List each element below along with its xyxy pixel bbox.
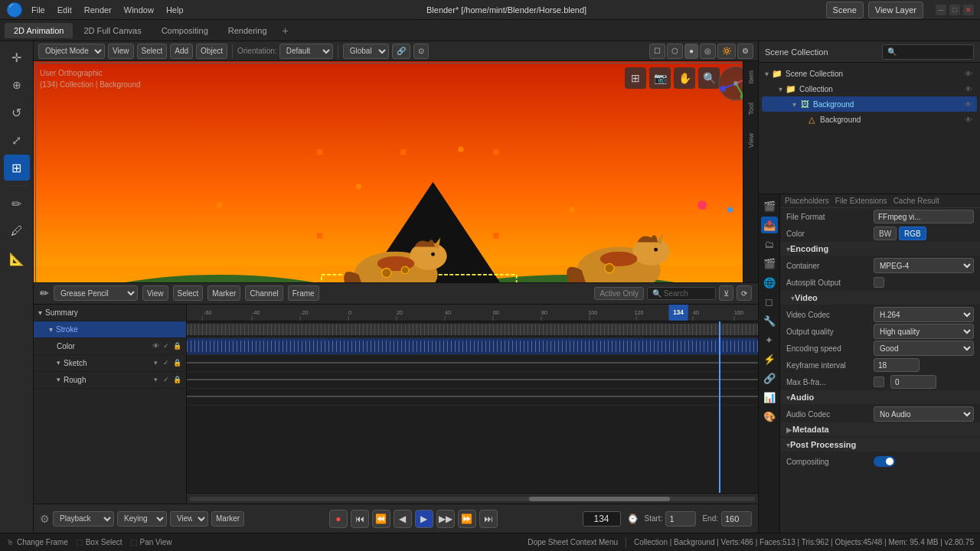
particles-props-btn[interactable]: ✦ — [761, 331, 778, 348]
dopesheet-marker-menu[interactable]: Marker — [207, 285, 240, 301]
jump-end-btn[interactable]: ⏭ — [479, 510, 498, 528]
postprocessing-section-header[interactable]: ▾ Post Processing — [780, 438, 980, 452]
metadata-section-header[interactable]: ▶ Metadata — [780, 422, 980, 436]
rough-eye-icon[interactable]: ▾ — [151, 375, 160, 384]
sketch-lock-icon[interactable]: 🔒 — [172, 358, 181, 367]
close-button[interactable]: ✕ — [963, 5, 974, 15]
file-format-value[interactable]: FFmpeg vi... — [874, 210, 974, 223]
minimize-button[interactable]: ─ — [936, 5, 946, 15]
zoom-btn[interactable]: 🔍 — [698, 67, 720, 89]
tab-compositing[interactable]: Compositing — [152, 23, 217, 38]
modifier-props-btn[interactable]: 🔧 — [761, 312, 778, 329]
menu-help[interactable]: Help — [161, 4, 189, 16]
select-menu-btn[interactable]: Select — [137, 44, 168, 59]
overlay-btn[interactable]: ☐ — [649, 44, 665, 59]
transform-tool[interactable]: ⊞ — [4, 155, 30, 181]
container-selector[interactable]: MPEG-4 — [874, 258, 974, 273]
active-only-btn[interactable]: Active Only — [594, 287, 644, 300]
scale-tool[interactable]: ⤢ — [4, 127, 30, 153]
channel-color[interactable]: Color 👁 ✓ 🔒 — [34, 338, 186, 355]
grease-pencil-draw[interactable]: 🖊 — [4, 218, 30, 244]
render-props-btn[interactable]: 🎬 — [761, 197, 778, 214]
dopesheet-type-selector[interactable]: Grease Pencil — [54, 285, 138, 301]
end-frame-input[interactable] — [721, 511, 752, 527]
channel-summary[interactable]: ▾ Summary — [34, 305, 186, 321]
tree-scene-collection[interactable]: ▾ 📁 Scene Collection 👁 — [762, 66, 977, 81]
tool-tab[interactable]: Tool — [747, 103, 755, 116]
eye-icon[interactable]: 👁 — [151, 341, 160, 350]
record-button[interactable]: ● — [329, 510, 348, 528]
viewport-settings-btn[interactable]: ⚙ — [737, 44, 753, 59]
rgb-btn[interactable]: RGB — [899, 227, 926, 240]
view-layer-selector[interactable]: View Layer — [868, 2, 923, 18]
rough-lock-icon[interactable]: 🔒 — [172, 375, 181, 384]
measure-tool[interactable]: 📐 — [4, 246, 30, 272]
cursor-tool[interactable]: ✛ — [4, 44, 30, 70]
cache-result-label[interactable]: Cache Result — [893, 197, 939, 205]
tab-2d-animation[interactable]: 2D Animation — [5, 23, 73, 38]
menu-window[interactable]: Window — [119, 4, 159, 16]
snap-selector[interactable]: Global — [343, 44, 389, 59]
collection-visibility[interactable]: 👁 — [963, 83, 974, 94]
constraints-props-btn[interactable]: 🔗 — [761, 370, 778, 386]
next-frame-btn[interactable]: ▶▶ — [436, 510, 455, 528]
tree-background-mesh[interactable]: △ Background 👁 — [762, 112, 977, 127]
jump-start-btn[interactable]: ⏮ — [351, 510, 369, 528]
viewport-canvas[interactable]: User Orthographic (134) Collection | Bac… — [34, 61, 758, 282]
camera-view-btn[interactable]: 📷 — [649, 67, 671, 89]
check-icon[interactable]: ✓ — [162, 341, 171, 350]
rotate-tool[interactable]: ↺ — [4, 99, 30, 126]
blender-icon[interactable]: 🔵 — [5, 0, 24, 20]
tree-background-object[interactable]: ▾ 🖼 Background 👁 — [762, 96, 977, 112]
add-workspace-tab[interactable]: + — [278, 23, 293, 38]
output-quality-selector[interactable]: High quality — [874, 324, 974, 339]
mode-selector[interactable]: Object Mode — [38, 44, 105, 59]
add-menu-btn[interactable]: Add — [170, 44, 193, 59]
prev-keyframe-btn[interactable]: ⏪ — [372, 510, 390, 528]
track-color[interactable] — [187, 355, 758, 372]
outliner-search[interactable]: 🔍 — [882, 44, 974, 60]
mesh-visibility[interactable]: 👁 — [963, 114, 974, 125]
marker-btn-bottom[interactable]: Marker — [211, 511, 244, 527]
tab-2d-full-canvas[interactable]: 2D Full Canvas — [74, 23, 150, 38]
item-tab[interactable]: Item — [747, 70, 755, 84]
video-codec-selector[interactable]: H.264 — [874, 307, 974, 322]
output-props-btn[interactable]: 📤 — [761, 217, 778, 233]
compositing-toggle[interactable] — [874, 456, 895, 467]
audio-section-header[interactable]: ▾ Audio — [780, 390, 980, 404]
start-frame-input[interactable] — [665, 511, 696, 527]
dopesheet-select-menu[interactable]: Select — [173, 285, 204, 301]
menu-edit[interactable]: Edit — [52, 4, 77, 16]
channel-sketch[interactable]: ▾ Sketch ▾ ✓ 🔒 — [34, 355, 186, 372]
xray-btn[interactable]: ⬡ — [667, 44, 683, 59]
dopesheet-filter-btn[interactable]: ⊻ — [719, 285, 733, 301]
editor-type-icon-bottom[interactable]: ⚙ — [40, 513, 50, 525]
render-btn[interactable]: 🔆 — [717, 44, 736, 59]
orientation-selector[interactable]: Default — [279, 44, 333, 59]
view-layer-props-btn[interactable]: 🗂 — [761, 236, 778, 253]
view-tab[interactable]: View — [747, 133, 755, 148]
solid-btn[interactable]: ● — [684, 44, 698, 59]
maximize-button[interactable]: □ — [949, 5, 960, 15]
scene-props-btn[interactable]: 🎬 — [761, 255, 778, 272]
object-props-btn[interactable]: ◻ — [761, 293, 778, 310]
menu-file[interactable]: File — [26, 4, 51, 16]
tree-collection[interactable]: ▾ 📁 Collection 👁 — [762, 81, 977, 96]
annotate-tool[interactable]: ✏ — [4, 191, 30, 217]
sketch-eye-icon[interactable]: ▾ — [151, 358, 160, 367]
autosplit-checkbox[interactable] — [874, 277, 884, 288]
move-tool[interactable]: ⊕ — [4, 72, 30, 98]
dopesheet-search[interactable]: 🔍 Search — [647, 287, 716, 300]
background-visibility[interactable]: 👁 — [963, 99, 974, 109]
dopesheet-frame-menu[interactable]: Frame — [288, 285, 319, 301]
snap-btn[interactable]: 🔗 — [392, 44, 410, 59]
menu-render[interactable]: Render — [79, 4, 117, 16]
max-bfra-checkbox[interactable] — [874, 377, 884, 387]
encoding-speed-selector[interactable]: Good — [874, 341, 974, 356]
play-button[interactable]: ▶ — [415, 510, 433, 528]
track-stroke[interactable] — [187, 338, 758, 355]
rough-check-icon[interactable]: ✓ — [162, 375, 171, 384]
playback-menu-selector[interactable]: Playback — [53, 511, 114, 527]
proportional-btn[interactable]: ⊙ — [413, 44, 429, 59]
tab-rendering[interactable]: Rendering — [219, 23, 276, 38]
